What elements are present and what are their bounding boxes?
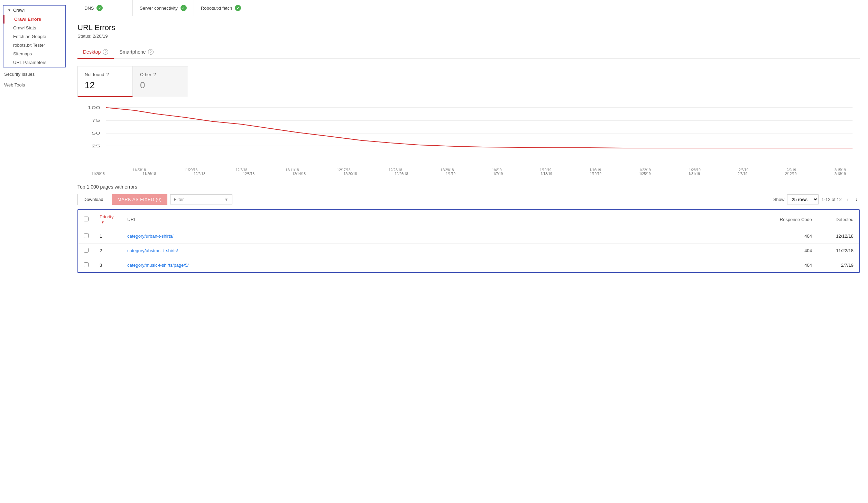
status-bar: DNS ✓ Server connectivity ✓ Robots.txt f… [77, 0, 860, 16]
sidebar-item-crawl-errors[interactable]: Crawl Errors [3, 15, 65, 24]
other-label: Other ? [140, 72, 181, 77]
other-value: 0 [140, 80, 181, 91]
top-pages-title: Top 1,000 pages with errors [77, 184, 860, 190]
filter-icon: ▼ [224, 197, 229, 202]
table-row: 1 category/urban-t-shirts/ 404 12/12/18 [78, 229, 859, 244]
row-priority: 2 [94, 244, 122, 258]
status-text: Status: 2/20/19 [77, 34, 860, 39]
sidebar-item-robots-txt[interactable]: robots.txt Tester [3, 41, 65, 49]
x-axis-top: ... 11/23/18 11/29/18 12/5/18 12/11/18 1… [77, 167, 860, 172]
pagination-nav: ‹ › [844, 195, 860, 204]
show-label: Show [773, 197, 785, 202]
toolbar-right: Show 25 rows 50 rows 100 rows 1-12 of 12… [773, 194, 860, 204]
sidebar-item-security-issues[interactable]: Security Issues [0, 69, 69, 80]
download-button[interactable]: Download [77, 194, 109, 205]
metric-cards: Not found ? 12 Other ? 0 [77, 66, 860, 97]
other-help-icon[interactable]: ? [154, 72, 156, 77]
main-content: DNS ✓ Server connectivity ✓ Robots.txt f… [69, 0, 868, 281]
row-checkbox[interactable] [84, 248, 89, 253]
desktop-tab-label: Desktop [83, 49, 101, 55]
status-robots-txt: Robots.txt fetch ✓ [194, 0, 249, 16]
detected-col-header: Detected [818, 210, 859, 229]
data-table-wrap: Priority ▼ URL Response Code Detected [77, 209, 860, 273]
line-chart: 100 75 50 25 [77, 104, 860, 166]
select-all-checkbox[interactable] [84, 217, 89, 221]
svg-text:100: 100 [87, 106, 100, 110]
server-connectivity-label: Server connectivity [140, 6, 178, 11]
row-checkbox-cell [78, 229, 94, 244]
row-url: category/abstract-t-shirts/ [122, 244, 769, 258]
desktop-help-icon[interactable]: ? [103, 49, 108, 55]
filter-input[interactable] [174, 197, 224, 202]
metric-card-not-found[interactable]: Not found ? 12 [77, 66, 133, 97]
tab-smartphone[interactable]: Smartphone ? [114, 46, 159, 59]
row-response-code: 404 [769, 229, 818, 244]
x-axis-bottom: 11/20/18 11/26/18 12/2/18 12/8/18 12/14/… [77, 172, 860, 176]
arrow-icon: ▼ [8, 8, 11, 12]
svg-text:75: 75 [92, 118, 100, 122]
row-priority: 1 [94, 229, 122, 244]
row-checkbox[interactable] [84, 233, 89, 238]
tabs-bar: Desktop ? Smartphone ? [77, 46, 860, 59]
table-header-row: Priority ▼ URL Response Code Detected [78, 210, 859, 229]
table-row: 2 category/abstract-t-shirts/ 404 11/22/… [78, 244, 859, 258]
row-priority: 3 [94, 258, 122, 273]
url-errors-section: URL Errors Status: 2/20/19 [77, 23, 860, 39]
web-tools-label: Web Tools [4, 82, 25, 88]
tab-desktop[interactable]: Desktop ? [77, 46, 114, 59]
crawl-section-header[interactable]: ▼ Crawl [3, 6, 65, 15]
row-url: category/urban-t-shirts/ [122, 229, 769, 244]
not-found-help-icon[interactable]: ? [106, 72, 109, 77]
rows-per-page-select[interactable]: 25 rows 50 rows 100 rows [787, 194, 819, 204]
crawl-stats-label: Crawl Stats [13, 25, 36, 30]
robots-txt-fetch-label: Robots.txt fetch [201, 6, 232, 11]
crawl-label: Crawl [13, 8, 25, 13]
smartphone-help-icon[interactable]: ? [148, 49, 154, 55]
url-col-header: URL [122, 210, 769, 229]
url-parameters-label: URL Parameters [13, 60, 46, 65]
prev-page-button[interactable]: ‹ [844, 195, 851, 204]
sidebar-item-fetch-as-google[interactable]: Fetch as Google [3, 32, 65, 41]
row-detected: 12/12/18 [818, 229, 859, 244]
sidebar-item-url-parameters[interactable]: URL Parameters [3, 58, 65, 67]
not-found-label: Not found ? [85, 72, 126, 77]
page-title: URL Errors [77, 23, 860, 32]
dns-check-icon: ✓ [96, 5, 103, 11]
row-checkbox-cell [78, 244, 94, 258]
row-detected: 11/22/18 [818, 244, 859, 258]
data-table: Priority ▼ URL Response Code Detected [78, 210, 859, 272]
row-response-code: 404 [769, 244, 818, 258]
select-all-col [78, 210, 94, 229]
svg-text:50: 50 [92, 131, 100, 135]
robots-txt-label: robots.txt Tester [13, 43, 45, 48]
dns-label: DNS [84, 6, 94, 11]
crawl-section: ▼ Crawl Crawl Errors Crawl Stats Fetch a… [3, 5, 66, 67]
row-checkbox-cell [78, 258, 94, 273]
sidebar-item-web-tools[interactable]: Web Tools [0, 80, 69, 90]
status-server-connectivity: Server connectivity ✓ [133, 0, 194, 16]
sidebar-item-crawl-stats[interactable]: Crawl Stats [3, 24, 65, 32]
table-row: 3 category/music-t-shirts/page/5/ 404 2/… [78, 258, 859, 273]
row-checkbox[interactable] [84, 262, 89, 267]
server-connectivity-check-icon: ✓ [181, 5, 187, 11]
next-page-button[interactable]: › [853, 195, 860, 204]
sidebar-item-sitemaps[interactable]: Sitemaps [3, 49, 65, 58]
row-detected: 2/7/19 [818, 258, 859, 273]
sidebar: ▼ Crawl Crawl Errors Crawl Stats Fetch a… [0, 0, 69, 281]
toolbar-left: Download MARK AS FIXED (0) ▼ [77, 194, 232, 205]
status-dns: DNS ✓ [77, 0, 133, 16]
fetch-as-google-label: Fetch as Google [13, 34, 46, 39]
priority-col-header[interactable]: Priority ▼ [94, 210, 122, 229]
crawl-errors-label: Crawl Errors [14, 17, 41, 22]
security-issues-label: Security Issues [4, 72, 35, 77]
priority-label: Priority [100, 214, 113, 219]
svg-text:25: 25 [92, 144, 100, 148]
response-code-col-header: Response Code [769, 210, 818, 229]
sort-arrow-icon: ▼ [101, 220, 104, 224]
filter-input-wrap[interactable]: ▼ [170, 194, 232, 204]
row-url: category/music-t-shirts/page/5/ [122, 258, 769, 273]
mark-as-fixed-button[interactable]: MARK AS FIXED (0) [112, 194, 167, 205]
table-toolbar: Download MARK AS FIXED (0) ▼ Show 25 row… [77, 194, 860, 205]
metric-card-other[interactable]: Other ? 0 [133, 66, 188, 97]
row-response-code: 404 [769, 258, 818, 273]
